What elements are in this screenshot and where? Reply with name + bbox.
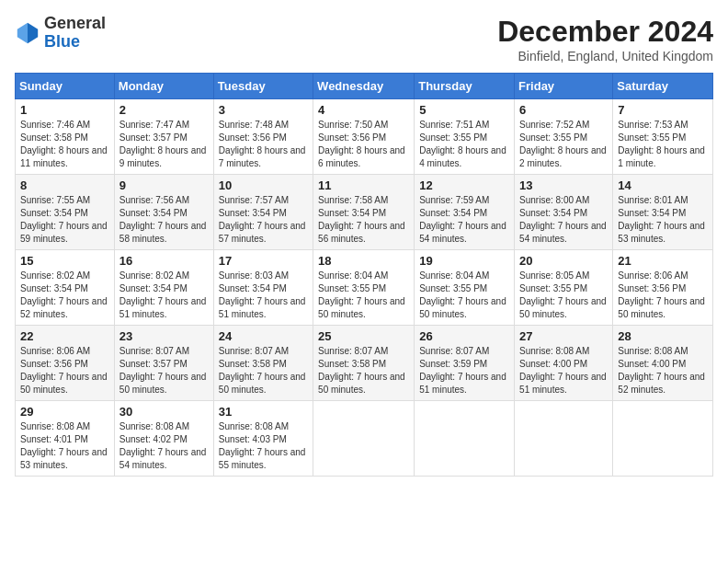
day-info: Sunrise: 8:01 AMSunset: 3:54 PMDaylight:… [618,194,708,246]
day-number: 22 [20,329,109,343]
svg-marker-0 [28,23,38,43]
calendar-week-row: 1 Sunrise: 7:46 AMSunset: 3:58 PMDayligh… [16,99,713,175]
calendar-day-cell: 11 Sunrise: 7:58 AMSunset: 3:54 PMDaylig… [313,175,415,250]
day-number: 17 [219,254,308,268]
day-info: Sunrise: 7:50 AMSunset: 3:56 PMDaylight:… [318,119,409,170]
day-number: 31 [219,405,308,419]
day-number: 27 [519,329,608,343]
page-header: General Blue December 2024 Binfield, Eng… [15,15,713,63]
title-block: December 2024 Binfield, England, United … [497,15,713,63]
day-number: 26 [419,329,509,343]
calendar-day-cell: 2 Sunrise: 7:47 AMSunset: 3:57 PMDayligh… [114,99,213,175]
calendar-day-cell: 13 Sunrise: 8:00 AMSunset: 3:54 PMDaylig… [515,175,613,250]
calendar-day-cell: 31 Sunrise: 8:08 AMSunset: 4:03 PMDaylig… [213,401,313,477]
month-year-title: December 2024 [497,15,713,49]
calendar-day-cell: 30 Sunrise: 8:08 AMSunset: 4:02 PMDaylig… [114,401,213,477]
calendar-day-cell: 7 Sunrise: 7:53 AMSunset: 3:55 PMDayligh… [613,99,713,175]
logo-text: General Blue [44,15,106,52]
calendar-day-cell: 29 Sunrise: 8:08 AMSunset: 4:01 PMDaylig… [16,401,115,477]
calendar-day-cell: 6 Sunrise: 7:52 AMSunset: 3:55 PMDayligh… [515,99,613,175]
day-number: 18 [318,254,409,268]
day-info: Sunrise: 8:07 AMSunset: 3:58 PMDaylight:… [318,345,409,396]
calendar-day-cell: 1 Sunrise: 7:46 AMSunset: 3:58 PMDayligh… [16,99,115,175]
day-number: 23 [119,329,209,343]
day-info: Sunrise: 7:57 AMSunset: 3:54 PMDaylight:… [219,194,308,246]
day-of-week-header: Tuesday [213,74,313,99]
day-info: Sunrise: 8:08 AMSunset: 4:00 PMDaylight:… [618,345,708,396]
calendar-day-cell: 14 Sunrise: 8:01 AMSunset: 3:54 PMDaylig… [613,175,713,250]
day-of-week-header: Sunday [16,74,115,99]
day-info: Sunrise: 8:08 AMSunset: 4:03 PMDaylight:… [219,420,308,472]
day-number: 19 [419,254,509,268]
calendar-day-cell: 5 Sunrise: 7:51 AMSunset: 3:55 PMDayligh… [415,99,515,175]
day-of-week-header: Saturday [613,74,713,99]
logo-icon [15,20,40,46]
day-number: 20 [519,254,608,268]
day-number: 29 [20,405,109,419]
day-info: Sunrise: 7:58 AMSunset: 3:54 PMDaylight:… [318,194,409,246]
day-number: 15 [20,254,109,268]
calendar-day-cell: 3 Sunrise: 7:48 AMSunset: 3:56 PMDayligh… [213,99,313,175]
calendar-day-cell: 16 Sunrise: 8:02 AMSunset: 3:54 PMDaylig… [114,250,213,326]
day-info: Sunrise: 7:56 AMSunset: 3:54 PMDaylight:… [119,194,209,246]
day-info: Sunrise: 7:53 AMSunset: 3:55 PMDaylight:… [618,119,708,170]
day-info: Sunrise: 8:08 AMSunset: 4:01 PMDaylight:… [20,420,109,472]
day-info: Sunrise: 7:46 AMSunset: 3:58 PMDaylight:… [20,119,109,170]
day-number: 12 [419,178,509,192]
calendar-day-cell [515,401,613,477]
calendar-day-cell [415,401,515,477]
day-number: 16 [119,254,209,268]
calendar-day-cell: 25 Sunrise: 8:07 AMSunset: 3:58 PMDaylig… [313,326,415,401]
day-number: 25 [318,329,409,343]
calendar-day-cell: 15 Sunrise: 8:02 AMSunset: 3:54 PMDaylig… [16,250,115,326]
day-number: 5 [419,103,509,117]
day-info: Sunrise: 7:55 AMSunset: 3:54 PMDaylight:… [20,194,109,246]
day-info: Sunrise: 7:48 AMSunset: 3:56 PMDaylight:… [219,119,308,170]
calendar-day-cell: 20 Sunrise: 8:05 AMSunset: 3:55 PMDaylig… [515,250,613,326]
day-info: Sunrise: 8:08 AMSunset: 4:02 PMDaylight:… [119,420,209,472]
day-info: Sunrise: 8:06 AMSunset: 3:56 PMDaylight:… [20,345,109,396]
day-number: 13 [519,178,608,192]
day-number: 3 [219,103,308,117]
day-number: 14 [618,178,708,192]
day-number: 10 [219,178,308,192]
calendar-day-cell: 10 Sunrise: 7:57 AMSunset: 3:54 PMDaylig… [213,175,313,250]
day-number: 28 [618,329,708,343]
day-info: Sunrise: 8:06 AMSunset: 3:56 PMDaylight:… [618,270,708,321]
day-info: Sunrise: 7:52 AMSunset: 3:55 PMDaylight:… [519,119,608,170]
day-of-week-header: Friday [515,74,613,99]
calendar-day-cell: 18 Sunrise: 8:04 AMSunset: 3:55 PMDaylig… [313,250,415,326]
day-info: Sunrise: 7:51 AMSunset: 3:55 PMDaylight:… [419,119,509,170]
calendar-table: SundayMondayTuesdayWednesdayThursdayFrid… [15,73,713,477]
calendar-day-cell: 26 Sunrise: 8:07 AMSunset: 3:59 PMDaylig… [415,326,515,401]
day-info: Sunrise: 8:07 AMSunset: 3:57 PMDaylight:… [119,345,209,396]
day-info: Sunrise: 8:00 AMSunset: 3:54 PMDaylight:… [519,194,608,246]
day-number: 30 [119,405,209,419]
day-of-week-header: Wednesday [313,74,415,99]
location-subtitle: Binfield, England, United Kingdom [497,49,713,63]
calendar-day-cell: 8 Sunrise: 7:55 AMSunset: 3:54 PMDayligh… [16,175,115,250]
day-info: Sunrise: 8:07 AMSunset: 3:58 PMDaylight:… [219,345,308,396]
day-number: 9 [119,178,209,192]
day-info: Sunrise: 8:07 AMSunset: 3:59 PMDaylight:… [419,345,509,396]
calendar-day-cell: 22 Sunrise: 8:06 AMSunset: 3:56 PMDaylig… [16,326,115,401]
svg-marker-1 [17,23,28,43]
calendar-day-cell: 24 Sunrise: 8:07 AMSunset: 3:58 PMDaylig… [213,326,313,401]
logo: General Blue [15,15,106,52]
calendar-day-cell: 9 Sunrise: 7:56 AMSunset: 3:54 PMDayligh… [114,175,213,250]
calendar-day-cell [613,401,713,477]
calendar-day-cell [313,401,415,477]
day-number: 6 [519,103,608,117]
day-info: Sunrise: 7:47 AMSunset: 3:57 PMDaylight:… [119,119,209,170]
day-info: Sunrise: 8:04 AMSunset: 3:55 PMDaylight:… [318,270,409,321]
day-number: 7 [618,103,708,117]
day-info: Sunrise: 7:59 AMSunset: 3:54 PMDaylight:… [419,194,509,246]
calendar-week-row: 29 Sunrise: 8:08 AMSunset: 4:01 PMDaylig… [16,401,713,477]
day-info: Sunrise: 8:02 AMSunset: 3:54 PMDaylight:… [20,270,109,321]
day-info: Sunrise: 8:02 AMSunset: 3:54 PMDaylight:… [119,270,209,321]
calendar-day-cell: 23 Sunrise: 8:07 AMSunset: 3:57 PMDaylig… [114,326,213,401]
day-info: Sunrise: 8:03 AMSunset: 3:54 PMDaylight:… [219,270,308,321]
calendar-day-cell: 17 Sunrise: 8:03 AMSunset: 3:54 PMDaylig… [213,250,313,326]
day-info: Sunrise: 8:04 AMSunset: 3:55 PMDaylight:… [419,270,509,321]
day-number: 11 [318,178,409,192]
